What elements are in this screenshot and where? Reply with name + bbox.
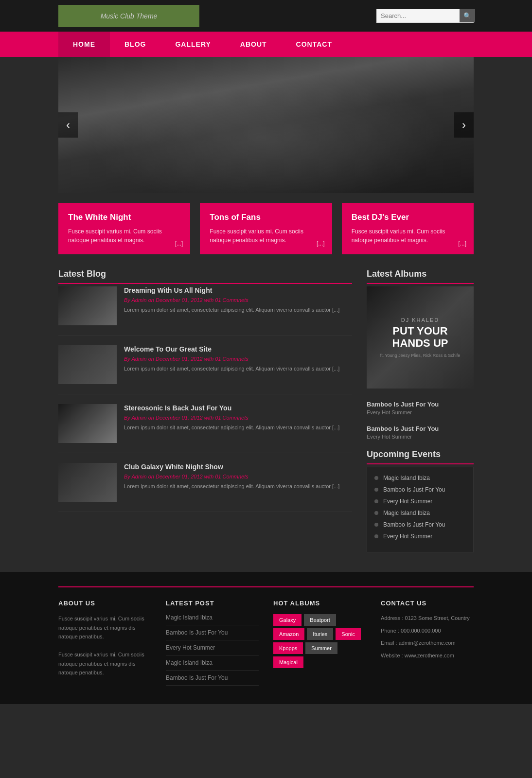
event-dot-1	[374, 476, 378, 480]
nav-home[interactable]: HOME	[58, 32, 110, 57]
footer-post-2[interactable]: Bamboo Is Just For You	[166, 629, 259, 640]
header: Music Club Theme 🔍	[0, 0, 532, 32]
footer-about: ABOUT US Fusce suscipit varius mi. Cum s…	[58, 600, 151, 690]
blog-info-1: Dreaming With Us All Night By Admin on D…	[124, 286, 339, 325]
event-item-3[interactable]: Every Hot Summer	[374, 498, 466, 505]
blog-post-3-title[interactable]: Stereosonic Is Back Just For You	[124, 404, 339, 412]
footer-about-title: ABOUT US	[58, 600, 151, 607]
blog-post-4-meta-text: By Admin on December 01, 2012 with	[124, 474, 213, 479]
footer-about-text1: Fusce suscipit varius mi. Cum sociis nat…	[58, 614, 151, 641]
feature-box-3-text: Fusce suscipit varius mi. Cum sociis nat…	[352, 227, 464, 245]
nav-contact[interactable]: CONTACT	[282, 32, 347, 57]
footer-post-5[interactable]: Bamboo Is Just For You	[166, 674, 259, 686]
event-item-6[interactable]: Every Hot Summer	[374, 533, 466, 540]
main-nav: HOME BLOG GALLERY ABOUT CONTACT	[0, 32, 532, 57]
blog-post-4-excerpt: Lorem ipsum dolor sit amet, consectetur …	[124, 482, 339, 491]
hot-album-beatport[interactable]: Beatport	[304, 614, 336, 626]
event-dot-3	[374, 499, 378, 503]
nav-gallery[interactable]: GALLERY	[160, 32, 225, 57]
footer-columns: ABOUT US Fusce suscipit varius mi. Cum s…	[58, 586, 474, 690]
event-dot-4	[374, 511, 378, 515]
blog-post-4: Club Galaxy White Night Show By Admin on…	[58, 463, 352, 512]
slider-prev-button[interactable]: ‹	[58, 112, 78, 138]
blog-post-4-comments[interactable]: 01 Commnets	[215, 474, 248, 479]
feature-box-1[interactable]: The White Night Fusce suscipit varius mi…	[58, 203, 190, 254]
blog-post-2: Welcome To Our Great Site By Admin on De…	[58, 345, 352, 394]
sidebar-album-2-subtitle: Every Hot Summer	[367, 434, 474, 440]
upcoming-events-section: Upcoming Events Magic Island Ibiza Bambo…	[367, 449, 474, 552]
search-input[interactable]	[377, 9, 460, 22]
footer-post-3-link[interactable]: Every Hot Summer	[166, 644, 215, 651]
event-label-5: Bamboo Is Just For You	[383, 521, 445, 528]
album-artist: DJ KHALED	[374, 317, 466, 323]
blog-post-1-excerpt: Lorem ipsum dolor sit amet, consectetur …	[124, 306, 339, 314]
blog-post-3-meta-text: By Admin on December 01, 2012 with	[124, 415, 213, 421]
event-dot-6	[374, 534, 378, 538]
main-content: Latest Blog Dreaming With Us All Night B…	[58, 269, 474, 552]
footer-contact-phone: Phone : 000.000.000.000	[381, 627, 474, 636]
feature-box-2-more: [...]	[317, 240, 325, 247]
search-button[interactable]: 🔍	[460, 9, 475, 22]
footer-post-1-link[interactable]: Magic Island Ibiza	[166, 614, 213, 621]
feature-box-1-more: [...]	[175, 240, 183, 247]
footer-contact-address: Address : 0123 Some Street, Country	[381, 614, 474, 623]
event-dot-5	[374, 523, 378, 527]
feature-box-2-text: Fusce suscipit varius mi. Cum sociis nat…	[210, 227, 322, 245]
blog-post-1-title[interactable]: Dreaming With Us All Night	[124, 286, 339, 294]
blog-post-1-meta: By Admin on December 01, 2012 with 01 Co…	[124, 297, 339, 303]
footer-post-1[interactable]: Magic Island Ibiza	[166, 614, 259, 625]
footer-contact-email: Email : admin@zerotheme.com	[381, 639, 474, 648]
event-item-5[interactable]: Bamboo Is Just For You	[374, 521, 466, 528]
feature-boxes: The White Night Fusce suscipit varius mi…	[58, 203, 474, 254]
album-cover-image[interactable]: DJ KHALED PUT YOUR HANDS UP ft. Young Je…	[367, 286, 474, 389]
hot-album-ituries[interactable]: Ituries	[307, 628, 333, 640]
event-item-1[interactable]: Magic Island Ibiza	[374, 475, 466, 481]
event-label-6: Every Hot Summer	[383, 533, 432, 540]
sidebar-album-item-2: Bamboo Is Just For You Every Hot Summer	[367, 425, 474, 440]
sidebar-album-2-title[interactable]: Bamboo Is Just For You	[367, 425, 474, 432]
footer: ABOUT US Fusce suscipit varius mi. Cum s…	[0, 572, 532, 704]
blog-post-3-comments[interactable]: 01 Commnets	[215, 415, 248, 421]
hot-album-sonic[interactable]: Sonic	[336, 628, 361, 640]
blog-post-2-meta-text: By Admin on December 01, 2012 with	[124, 356, 213, 362]
upcoming-events-title: Upcoming Events	[367, 449, 474, 464]
sidebar-album-1-title[interactable]: Bamboo Is Just For You	[367, 401, 474, 408]
album-cover-bg: DJ KHALED PUT YOUR HANDS UP ft. Young Je…	[367, 286, 474, 389]
hot-album-magical[interactable]: Magical	[273, 656, 303, 668]
album-features: ft. Young Jeezy Plies, Rick Ross & Schif…	[374, 353, 466, 358]
footer-about-text2: Fusce suscipit varius mi. Cum sociis nat…	[58, 650, 151, 677]
blog-post-2-title[interactable]: Welcome To Our Great Site	[124, 345, 339, 353]
feature-box-2[interactable]: Tons of Fans Fusce suscipit varius mi. C…	[200, 203, 332, 254]
event-item-2[interactable]: Bamboo Is Just For You	[374, 486, 466, 493]
blog-post-2-excerpt: Lorem ipsum dolor sit amet, consectetur …	[124, 365, 339, 373]
footer-latest-post: LATEST POST Magic Island Ibiza Bamboo Is…	[166, 600, 259, 690]
footer-post-5-link[interactable]: Bamboo Is Just For You	[166, 674, 228, 681]
blog-post-4-title[interactable]: Club Galaxy White Night Show	[124, 463, 339, 471]
blog-post-1-comments[interactable]: 01 Commnets	[215, 297, 248, 303]
blog-post-1: Dreaming With Us All Night By Admin on D…	[58, 286, 352, 336]
blog-info-3: Stereosonic Is Back Just For You By Admi…	[124, 404, 339, 443]
blog-post-2-comments[interactable]: 01 Commnets	[215, 356, 248, 362]
sidebar: Latest Albums DJ KHALED PUT YOUR HANDS U…	[367, 269, 474, 552]
footer-post-4[interactable]: Magic Island Ibiza	[166, 659, 259, 671]
event-label-1: Magic Island Ibiza	[383, 475, 430, 481]
footer-post-3[interactable]: Every Hot Summer	[166, 644, 259, 655]
nav-blog[interactable]: BLOG	[110, 32, 160, 57]
blog-post-1-meta-text: By Admin on December 01, 2012 with	[124, 297, 213, 303]
hot-album-summer[interactable]: Summer	[305, 642, 337, 654]
search-bar: 🔍	[376, 9, 474, 23]
blog-post-3-meta: By Admin on December 01, 2012 with 01 Co…	[124, 415, 339, 421]
album-title: PUT YOUR HANDS UP	[374, 325, 466, 349]
hot-album-galaxy[interactable]: Galaxy	[273, 614, 301, 626]
feature-box-3[interactable]: Best DJ's Ever Fusce suscipit varius mi.…	[342, 203, 474, 254]
footer-post-4-link[interactable]: Magic Island Ibiza	[166, 659, 213, 666]
nav-about[interactable]: ABOUT	[226, 32, 282, 57]
hot-album-amazon[interactable]: Amazon	[273, 628, 304, 640]
blog-post-3-excerpt: Lorem ipsum dolor sit amet, consectetur …	[124, 424, 339, 432]
footer-post-2-link[interactable]: Bamboo Is Just For You	[166, 629, 228, 636]
hot-album-kpopps[interactable]: Kpopps	[273, 642, 303, 654]
slider-next-button[interactable]: ›	[454, 112, 474, 138]
blog-info-2: Welcome To Our Great Site By Admin on De…	[124, 345, 339, 384]
event-item-4[interactable]: Magic Island Ibiza	[374, 510, 466, 516]
blog-thumb-2	[58, 345, 117, 384]
